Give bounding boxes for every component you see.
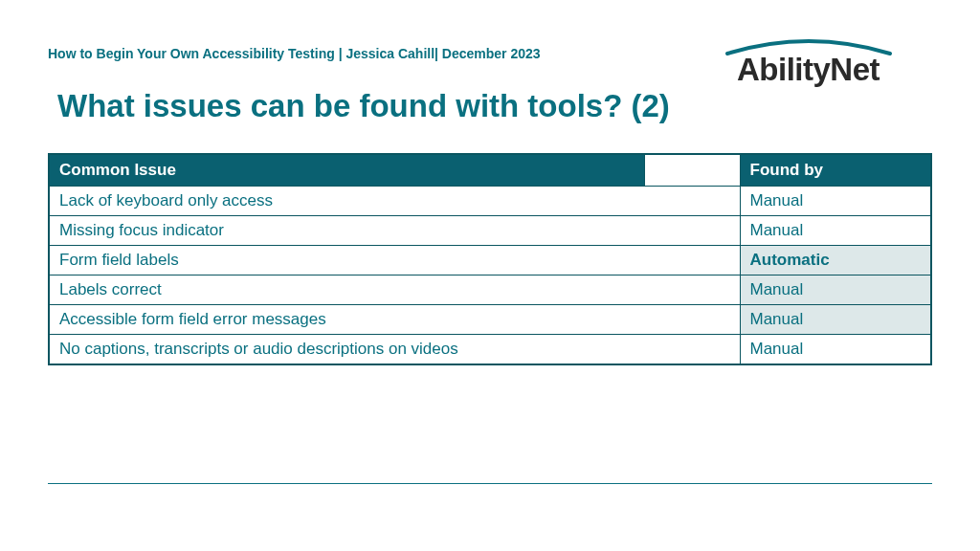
table-row: Accessible form field error messagesManu… bbox=[49, 305, 931, 335]
logo-text: AbilityNet bbox=[705, 54, 911, 85]
cell-found-by: Manual bbox=[740, 276, 931, 305]
cell-spacer bbox=[644, 335, 740, 365]
cell-found-by: Automatic bbox=[740, 246, 931, 276]
table-row: Labels correctManual bbox=[49, 276, 931, 305]
cell-spacer bbox=[644, 276, 740, 305]
cell-spacer bbox=[644, 246, 740, 276]
table-row: Lack of keyboard only accessManual bbox=[49, 187, 931, 216]
cell-found-by: Manual bbox=[740, 187, 931, 216]
table-row: No captions, transcripts or audio descri… bbox=[49, 335, 931, 365]
table-row: Form field labelsAutomatic bbox=[49, 246, 931, 276]
cell-issue: Labels correct bbox=[49, 276, 644, 305]
cell-issue: Lack of keyboard only access bbox=[49, 187, 644, 216]
cell-issue: Missing focus indicator bbox=[49, 216, 644, 246]
cell-found-by: Manual bbox=[740, 305, 931, 335]
table-row: Missing focus indicatorManual bbox=[49, 216, 931, 246]
cell-issue: No captions, transcripts or audio descri… bbox=[49, 335, 644, 365]
cell-issue: Form field labels bbox=[49, 246, 644, 276]
cell-spacer bbox=[644, 187, 740, 216]
table-header-spacer bbox=[644, 154, 740, 187]
issues-table: Common Issue Found by Lack of keyboard o… bbox=[48, 153, 932, 365]
cell-spacer bbox=[644, 216, 740, 246]
footer-divider bbox=[48, 483, 932, 484]
table-header-found-by: Found by bbox=[740, 154, 931, 187]
page-title: What issues can be found with tools? (2) bbox=[57, 88, 932, 124]
cell-found-by: Manual bbox=[740, 335, 931, 365]
cell-spacer bbox=[644, 305, 740, 335]
table-header-issue: Common Issue bbox=[49, 154, 644, 187]
brand-logo: AbilityNet bbox=[705, 36, 911, 85]
cell-found-by: Manual bbox=[740, 216, 931, 246]
cell-issue: Accessible form field error messages bbox=[49, 305, 644, 335]
